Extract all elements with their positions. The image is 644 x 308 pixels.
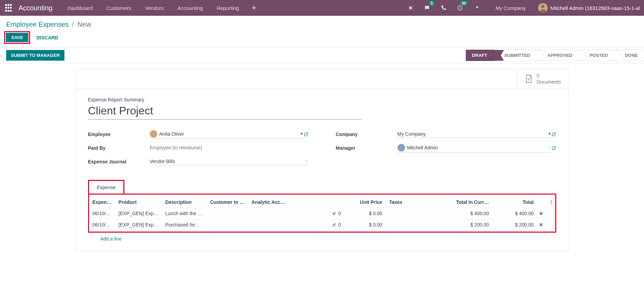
paid-by-label: Paid By — [88, 145, 150, 151]
action-row: SAVE DISCARD — [0, 31, 644, 47]
th-description[interactable]: Description — [162, 197, 207, 208]
employee-field[interactable]: Anita Oliver ▼ — [150, 130, 304, 139]
journal-value: Vendor Bills — [150, 159, 303, 164]
cell-analytic[interactable] — [248, 219, 290, 231]
th-unit-price[interactable]: Unit Price — [344, 197, 386, 208]
discard-button[interactable]: DISCARD — [33, 33, 62, 42]
employee-label: Employee — [88, 132, 150, 137]
apps-menu-icon[interactable] — [4, 4, 12, 12]
paperclip-icon — [332, 211, 336, 216]
cell-product[interactable]: [EXP_GEN] Exp… — [115, 219, 162, 231]
breadcrumb-current: New — [77, 21, 91, 28]
external-link-icon[interactable] — [304, 132, 308, 137]
messages-badge: 5 — [429, 1, 435, 5]
cell-total: $ 400.00 — [493, 208, 537, 219]
employee-value: Anita Oliver — [159, 131, 298, 137]
th-taxes[interactable]: Taxes — [386, 197, 427, 208]
breadcrumb: Employee Expenses / New — [0, 16, 644, 31]
tab-highlight: Expense — [88, 180, 124, 195]
messages-icon[interactable]: 5 — [422, 2, 433, 13]
breadcrumb-separator: / — [72, 21, 74, 28]
save-button[interactable]: SAVE — [6, 33, 28, 42]
table-row[interactable]: 06/10/… [EXP_GEN] Exp… Lunch with the … … — [89, 208, 555, 219]
paperclip-icon — [332, 222, 336, 227]
nav-vendors[interactable]: Vendors — [139, 5, 169, 11]
nav-customers[interactable]: Customers — [101, 5, 137, 11]
documents-label: Documents — [537, 79, 561, 85]
summary-label: Expense Report Summary — [88, 97, 556, 102]
svg-point-2 — [541, 5, 545, 8]
cell-description[interactable]: Lunch with the … — [162, 208, 207, 219]
status-bar: SUBMIT TO MANAGER DRAFT SUBMITTED APPROV… — [0, 47, 644, 63]
th-date[interactable]: Expen… — [89, 197, 115, 208]
cell-unit-price[interactable]: $ 0.00 — [344, 219, 386, 231]
app-brand[interactable]: Accounting — [19, 4, 52, 12]
breadcrumb-parent[interactable]: Employee Expenses — [6, 21, 69, 28]
cell-description[interactable]: Purchased Ite… — [162, 219, 207, 231]
manager-value: Mitchell Admin — [407, 145, 546, 150]
cell-unit-price[interactable]: $ 0.00 — [344, 208, 386, 219]
cell-total-curr[interactable]: $ 200.00 — [427, 219, 493, 231]
cell-product[interactable]: [EXP_GEN] Exp… — [115, 208, 162, 219]
cell-customer[interactable] — [207, 208, 248, 219]
journal-label: Expense Journal — [88, 159, 150, 164]
cell-attachments[interactable]: 0 — [293, 211, 341, 216]
th-analytic[interactable]: Analytic Acc… — [248, 197, 290, 208]
title-input[interactable] — [88, 104, 362, 120]
bug-icon[interactable] — [405, 2, 416, 13]
tools-icon[interactable] — [471, 2, 482, 13]
table-options-icon[interactable]: ⋮ — [547, 197, 555, 208]
form-sheet: 0 Documents Expense Report Summary Emplo… — [75, 69, 569, 251]
table-row[interactable]: 06/10/… [EXP_GEN] Exp… Purchased Ite… 0 … — [89, 219, 555, 231]
svg-point-0 — [409, 7, 412, 9]
save-highlight: SAVE — [4, 31, 30, 44]
cell-taxes[interactable] — [386, 208, 427, 219]
manager-field[interactable]: Mitchell Admin ▼ — [398, 144, 551, 152]
status-steps: DRAFT SUBMITTED APPROVED POSTED DONE — [466, 50, 644, 61]
sheet-top-bar: 0 Documents — [76, 69, 569, 89]
add-icon[interactable] — [248, 2, 259, 13]
th-customer[interactable]: Customer to … — [207, 197, 248, 208]
manager-avatar — [398, 144, 405, 151]
cell-analytic[interactable] — [248, 208, 290, 219]
manager-label: Manager — [336, 145, 398, 151]
step-draft[interactable]: DRAFT — [466, 50, 495, 61]
tab-expense[interactable]: Expense — [89, 181, 123, 194]
journal-field[interactable]: Vendor Bills ▼ — [150, 159, 308, 165]
chevron-down-icon[interactable]: ▼ — [300, 132, 304, 136]
cell-total-curr[interactable]: $ 400.00 — [427, 208, 493, 219]
add-line-link[interactable]: Add a line — [88, 233, 556, 243]
chevron-down-icon[interactable]: ▼ — [305, 159, 308, 163]
submit-button[interactable]: SUBMIT TO MANAGER — [6, 50, 64, 61]
external-link-icon[interactable] — [551, 146, 556, 150]
row-delete-icon[interactable]: ✕ — [537, 208, 547, 219]
user-menu[interactable]: Mitchell Admin (16312683-saas-15-1-al — [538, 3, 640, 13]
activities-icon[interactable]: 33 — [454, 2, 465, 13]
nav-dashboard[interactable]: Dashboard — [62, 5, 98, 11]
document-icon — [525, 74, 533, 84]
chevron-down-icon[interactable]: ▼ — [548, 132, 551, 136]
row-delete-icon[interactable]: ✕ — [537, 219, 547, 231]
paid-by-field[interactable]: Employee (to reimburse) — [150, 145, 308, 151]
cell-date[interactable]: 06/10/… — [89, 208, 115, 219]
th-attach — [289, 197, 344, 208]
company-selector[interactable]: My Company — [490, 5, 531, 11]
chevron-down-icon[interactable]: ▼ — [548, 146, 551, 149]
cell-attachments[interactable]: 0 — [293, 222, 341, 227]
company-value: My Company — [398, 131, 546, 137]
th-total-curr[interactable]: Total In Curr… — [427, 197, 493, 208]
th-product[interactable]: Product — [115, 197, 162, 208]
nav-reporting[interactable]: Reporting — [211, 5, 244, 11]
cell-date[interactable]: 06/10/… — [89, 219, 115, 231]
external-link-icon[interactable] — [551, 132, 556, 137]
user-name-label: Mitchell Admin (16312683-saas-15-1-al — [550, 5, 640, 11]
nav-accounting[interactable]: Accounting — [172, 5, 208, 11]
phone-icon[interactable] — [438, 2, 449, 13]
table-header-row: Expen… Product Description Customer to …… — [89, 197, 555, 208]
activities-badge: 33 — [460, 1, 467, 5]
cell-taxes[interactable] — [386, 219, 427, 231]
th-total[interactable]: Total — [493, 197, 537, 208]
company-field[interactable]: My Company ▼ — [398, 131, 551, 138]
cell-customer[interactable] — [207, 219, 248, 231]
documents-button[interactable]: 0 Documents — [517, 69, 569, 88]
